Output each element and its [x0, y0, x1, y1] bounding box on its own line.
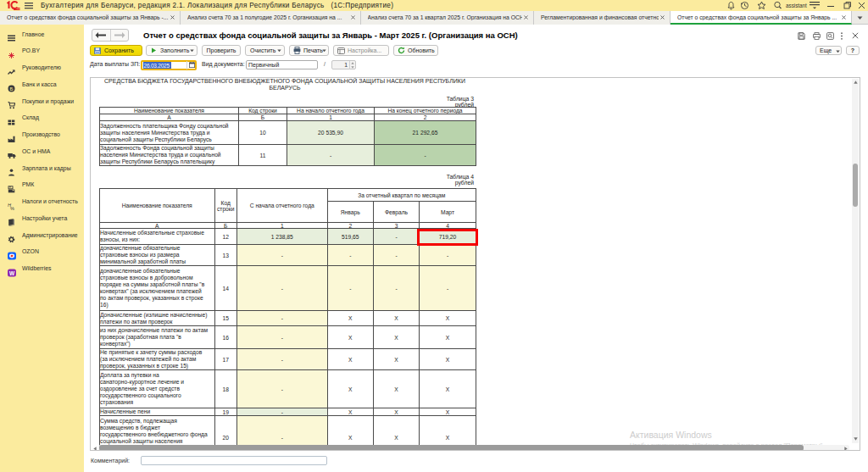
svg-text:%: % [10, 205, 14, 210]
svg-text:Б: Б [10, 86, 14, 92]
svg-text:W: W [9, 269, 15, 275]
